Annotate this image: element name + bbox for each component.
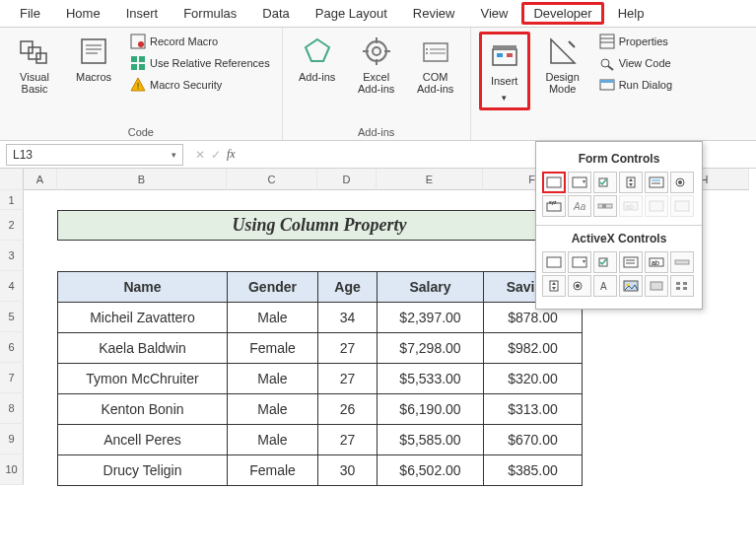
cell-savings[interactable]: $320.00	[484, 364, 583, 394]
cell-savings[interactable]: $313.00	[484, 394, 583, 425]
cell-salary[interactable]: $6,502.00	[378, 455, 484, 486]
cell-name[interactable]: Ancell Peres	[58, 425, 228, 455]
tab-developer[interactable]: Developer	[521, 2, 603, 25]
tab-data[interactable]: Data	[250, 2, 301, 25]
col-header[interactable]: D	[317, 169, 377, 190]
run-dialog-button[interactable]: Run Dialog	[595, 75, 676, 95]
ax-label-control[interactable]: A	[593, 275, 617, 297]
col-header[interactable]: C	[227, 169, 317, 190]
form-groupbox-control[interactable]: xyz	[542, 195, 566, 217]
ax-spin-control[interactable]	[542, 275, 566, 297]
cell-name[interactable]: Tymon McChruiter	[58, 364, 228, 394]
com-addins-button[interactable]: COM Add-ins	[409, 32, 462, 99]
ax-textbox-control[interactable]: ab	[645, 251, 668, 273]
form-checkbox-control[interactable]	[593, 172, 617, 193]
row-header[interactable]: 3	[0, 241, 24, 271]
row-header[interactable]: 1	[0, 190, 24, 210]
tab-formulas[interactable]: Formulas	[172, 2, 248, 25]
cell-salary[interactable]: $2,397.00	[378, 303, 484, 333]
ax-checkbox-control[interactable]	[593, 251, 617, 273]
form-spinner-control[interactable]	[619, 172, 643, 193]
excel-addins-button[interactable]: Excel Add-ins	[350, 32, 403, 99]
col-header[interactable]: E	[377, 169, 483, 190]
ax-toggle-control[interactable]	[645, 275, 668, 297]
cell-name[interactable]: Kaela Baldwin	[58, 333, 228, 364]
cell-age[interactable]: 27	[318, 364, 378, 394]
col-header[interactable]: B	[57, 169, 227, 190]
form-listbox-control[interactable]	[645, 172, 668, 193]
row-header[interactable]: 5	[0, 302, 24, 332]
insert-control-button[interactable]: Insert ▾	[483, 35, 526, 106]
tab-file[interactable]: File	[8, 2, 52, 25]
macros-button[interactable]: Macros	[67, 32, 120, 87]
cell-age[interactable]: 27	[318, 425, 378, 455]
cell-name[interactable]: Micheil Zavattero	[58, 303, 228, 333]
row-header[interactable]: 9	[0, 424, 24, 454]
ax-image-control[interactable]	[619, 275, 643, 297]
design-mode-button[interactable]: Design Mode	[536, 32, 589, 99]
select-all-corner[interactable]	[0, 169, 24, 190]
svg-rect-29	[497, 53, 503, 57]
header-age[interactable]: Age	[318, 272, 378, 303]
tab-page-layout[interactable]: Page Layout	[304, 2, 399, 25]
ax-combo-control[interactable]	[568, 251, 591, 273]
header-gender[interactable]: Gender	[228, 272, 318, 303]
accept-formula-icon[interactable]: ✓	[211, 148, 221, 162]
ax-button-control[interactable]	[542, 251, 566, 273]
name-box[interactable]: L13 ▾	[6, 144, 183, 166]
form-button-control[interactable]	[542, 172, 566, 193]
tab-review[interactable]: Review	[401, 2, 467, 25]
form-combo-control[interactable]	[568, 172, 591, 193]
chevron-down-icon[interactable]: ▾	[172, 150, 176, 160]
row-header[interactable]: 4	[0, 271, 24, 302]
cell-salary[interactable]: $7,298.00	[378, 333, 484, 364]
cell-gender[interactable]: Male	[228, 425, 318, 455]
row-header[interactable]: 10	[0, 454, 24, 485]
ax-scrollbar-control[interactable]	[670, 251, 694, 273]
form-scrollbar-control[interactable]	[593, 195, 617, 217]
tab-insert[interactable]: Insert	[114, 2, 171, 25]
cell-salary[interactable]: $5,585.00	[378, 425, 484, 455]
visual-basic-button[interactable]: Visual Basic	[8, 32, 61, 99]
row-header[interactable]: 8	[0, 393, 24, 424]
header-name[interactable]: Name	[58, 272, 228, 303]
ax-listbox-control[interactable]	[619, 251, 643, 273]
cell-savings[interactable]: $670.00	[484, 425, 583, 455]
row-header[interactable]: 7	[0, 363, 24, 393]
record-macro-button[interactable]: Record Macro	[126, 32, 274, 51]
addins-button[interactable]: Add-ins	[291, 32, 344, 87]
ax-more-controls[interactable]	[670, 275, 694, 297]
form-label-control[interactable]: Aa	[568, 195, 591, 217]
properties-button[interactable]: Properties	[595, 32, 676, 51]
row-header[interactable]: 2	[0, 210, 24, 241]
use-relative-button[interactable]: Use Relative References	[126, 53, 274, 73]
cell-name[interactable]: Drucy Teligin	[58, 455, 228, 486]
cell-gender[interactable]: Male	[228, 364, 318, 394]
tab-help[interactable]: Help	[606, 2, 656, 25]
cell-salary[interactable]: $5,533.00	[378, 364, 484, 394]
macro-security-button[interactable]: ! Macro Security	[126, 75, 274, 95]
cell-name[interactable]: Kenton Bonin	[58, 394, 228, 425]
cell-age[interactable]: 30	[318, 455, 378, 486]
tab-home[interactable]: Home	[54, 2, 112, 25]
cell-gender[interactable]: Female	[228, 455, 318, 486]
cell-gender[interactable]: Female	[228, 333, 318, 364]
cell-savings[interactable]: $982.00	[484, 333, 583, 364]
cell-age[interactable]: 26	[318, 394, 378, 425]
cell-savings[interactable]: $385.00	[484, 455, 583, 486]
fx-icon[interactable]: fx	[227, 147, 236, 162]
cell-age[interactable]: 34	[318, 303, 378, 333]
col-header[interactable]: A	[24, 169, 57, 190]
cell-salary[interactable]: $6,190.00	[378, 394, 484, 425]
tab-view[interactable]: View	[468, 2, 519, 25]
ax-option-control[interactable]	[568, 275, 591, 297]
form-option-control[interactable]	[670, 172, 694, 193]
view-code-button[interactable]: View Code	[595, 53, 676, 73]
sheet-title-cell[interactable]: Using Column Property	[57, 210, 582, 241]
header-salary[interactable]: Salary	[378, 272, 484, 303]
cell-age[interactable]: 27	[318, 333, 378, 364]
cancel-formula-icon[interactable]: ✕	[195, 148, 205, 162]
cell-gender[interactable]: Male	[228, 303, 318, 333]
cell-gender[interactable]: Male	[228, 394, 318, 425]
row-header[interactable]: 6	[0, 332, 24, 363]
